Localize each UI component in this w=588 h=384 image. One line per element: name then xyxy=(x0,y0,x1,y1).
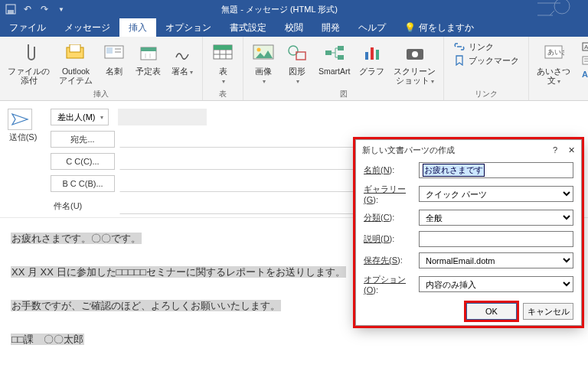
send-icon xyxy=(8,109,32,130)
cc-input[interactable] xyxy=(119,153,380,170)
to-button[interactable]: 宛先... xyxy=(51,131,115,148)
bcc-input[interactable] xyxy=(119,175,380,192)
qat-dropdown-icon[interactable]: ▼ xyxy=(55,3,67,15)
svg-text:A: A xyxy=(582,70,588,79)
shapes-button[interactable]: 図形▾ xyxy=(282,39,312,88)
from-value xyxy=(118,109,207,125)
lightbulb-icon: 💡 xyxy=(404,22,416,33)
tab-message[interactable]: メッセージ xyxy=(55,18,119,37)
smartart-button[interactable]: SmartArt xyxy=(315,39,353,88)
subject-label: 件名(U) xyxy=(51,199,115,213)
tab-format[interactable]: 書式設定 xyxy=(220,18,276,37)
shapes-icon xyxy=(285,41,309,65)
svg-point-20 xyxy=(257,48,261,52)
tab-insert[interactable]: 挿入 xyxy=(119,18,156,37)
greeting-button[interactable]: あいさつ あいさつ 文▾ xyxy=(534,39,573,88)
group-insert-label: 挿入 xyxy=(5,88,198,99)
redo-icon[interactable]: ↷ xyxy=(38,3,51,15)
svg-rect-28 xyxy=(376,50,379,60)
dlg-ok-button[interactable]: OK xyxy=(466,303,517,320)
dlg-gallery-label: ギャラリー(G): xyxy=(364,184,419,204)
picture-button[interactable]: 画像▾ xyxy=(248,39,279,88)
screenshot-label: スクリーン ショット▾ xyxy=(394,67,436,85)
svg-text:あいさつ: あいさつ xyxy=(547,48,564,56)
undo-icon[interactable]: ↶ xyxy=(21,3,34,15)
dlg-desc-label: 説明(D): xyxy=(364,233,419,245)
svg-rect-4 xyxy=(70,44,80,52)
tab-review[interactable]: 校閲 xyxy=(276,18,312,37)
greeting-icon: あいさつ xyxy=(541,41,566,65)
dlg-desc-input[interactable] xyxy=(419,231,573,247)
body-line-4: □□課 〇〇太郎 xyxy=(11,334,84,345)
dlg-option-label: オプション(O): xyxy=(364,274,419,295)
ribbon: ファイルの 添付 Outlook アイテム 名刺 予定表 署名▾ 挿入 xyxy=(0,37,588,101)
save-icon[interactable] xyxy=(5,3,17,15)
svg-point-30 xyxy=(412,51,418,57)
send-label: 送信(S) xyxy=(8,132,38,143)
paperclip-icon xyxy=(17,41,41,65)
signature-button[interactable]: 署名▾ xyxy=(167,39,198,88)
textbox-button[interactable]: Aテキスト ボックス▾ xyxy=(581,41,588,53)
outlook-item-icon xyxy=(64,41,88,65)
table-button[interactable]: 表▾ xyxy=(207,39,238,88)
camera-icon xyxy=(403,41,427,65)
tab-dev[interactable]: 開発 xyxy=(312,18,349,37)
chart-button[interactable]: グラフ xyxy=(356,39,387,88)
svg-rect-24 xyxy=(338,46,344,50)
signature-label: 署名▾ xyxy=(172,67,193,76)
smartart-label: SmartArt xyxy=(318,67,350,76)
group-illustrations: 画像▾ 図形▾ SmartArt グラフ スクリーン ショット▾ 図 xyxy=(243,37,444,100)
smartart-icon xyxy=(322,41,347,65)
svg-rect-25 xyxy=(338,55,344,60)
svg-point-2 xyxy=(554,0,570,14)
body-line-3: お手数ですが、ご確認のほど、よろしくお願いいたします。 xyxy=(11,300,281,311)
calendar-icon xyxy=(136,41,161,65)
group-tables-label: 表 xyxy=(207,88,238,99)
bcc-button[interactable]: B C C(B)... xyxy=(51,175,115,192)
wordart-button[interactable]: Aワードアート▾ xyxy=(581,68,588,80)
group-illustrations-label: 図 xyxy=(248,88,439,99)
svg-rect-35 xyxy=(583,57,588,64)
group-text-label: テキスト xyxy=(534,88,588,99)
dlg-option-select[interactable]: 内容のみ挿入 xyxy=(419,276,573,292)
calendar-label: 予定表 xyxy=(136,67,161,76)
attach-file-button[interactable]: ファイルの 添付 xyxy=(5,39,53,88)
cc-button[interactable]: C C(C)... xyxy=(51,153,115,170)
screenshot-button[interactable]: スクリーン ショット▾ xyxy=(390,39,439,88)
dialog-titlebar: 新しい文書パーツの作成 ? ✕ xyxy=(356,140,581,161)
body-line-2: XX 月 XX 日に参加した□□□□□セミナーに関するレポートをお送りします。 xyxy=(11,266,346,278)
titlebar-decoration xyxy=(492,0,583,18)
dlg-name-input[interactable]: お疲れさまです xyxy=(419,162,573,178)
tab-file[interactable]: ファイル xyxy=(0,18,55,37)
business-card-button[interactable]: 名刺 xyxy=(99,39,129,88)
send-button[interactable]: 送信(S) xyxy=(8,109,38,143)
svg-rect-27 xyxy=(371,47,374,60)
titlebar: ↶ ↷ ▼ 無題 - メッセージ (HTML 形式) xyxy=(0,0,588,18)
chart-icon xyxy=(360,41,384,65)
link-button[interactable]: リンク xyxy=(453,41,519,53)
dlg-category-select[interactable]: 全般 xyxy=(419,210,573,226)
signature-icon xyxy=(170,41,194,65)
dlg-name-value: お疲れさまです xyxy=(423,164,485,177)
dlg-savein-select[interactable]: NormalEmail.dotm xyxy=(419,252,573,268)
calendar-button[interactable]: 予定表 xyxy=(132,39,164,88)
picture-icon xyxy=(251,41,276,65)
outlook-item-button[interactable]: Outlook アイテム xyxy=(56,39,96,88)
quickparts-button[interactable]: クイック パーツ▾ xyxy=(581,54,588,67)
to-input[interactable] xyxy=(119,131,380,148)
dialog-help-button[interactable]: ? xyxy=(553,145,557,155)
tab-help[interactable]: ヘルプ xyxy=(349,18,395,37)
from-button[interactable]: 差出人(M)▾ xyxy=(51,109,109,125)
wordart-icon: A xyxy=(581,68,588,80)
bookmark-button[interactable]: ブックマーク xyxy=(453,54,519,67)
tab-tellme-label: 何をしますか xyxy=(419,21,474,34)
dlg-cancel-button[interactable]: キャンセル xyxy=(523,303,573,320)
dlg-gallery-select[interactable]: クイック パーツ xyxy=(419,186,573,202)
card-icon xyxy=(102,41,126,65)
shapes-label: 図形▾ xyxy=(289,67,305,85)
group-text: あいさつ あいさつ 文▾ Aテキスト ボックス▾ クイック パーツ▾ Aワードア… xyxy=(529,37,588,100)
tab-tellme[interactable]: 💡 何をしますか xyxy=(395,18,483,37)
dialog-close-button[interactable]: ✕ xyxy=(568,145,575,155)
tab-option[interactable]: オプション xyxy=(156,18,220,37)
quick-access-toolbar: ↶ ↷ ▼ xyxy=(5,3,67,15)
